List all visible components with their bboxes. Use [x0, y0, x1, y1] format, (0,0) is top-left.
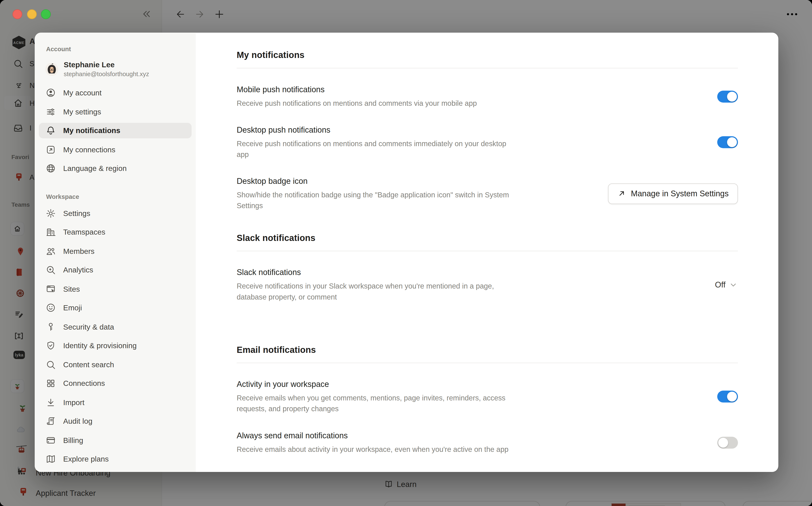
zoom-button[interactable]	[41, 9, 51, 19]
credit-card-icon	[46, 435, 56, 445]
nav-item-label: Audit log	[63, 417, 92, 425]
arrow-square-out-icon	[46, 144, 56, 155]
setting-title: Desktop badge icon	[237, 176, 608, 187]
nav-item-label: Sites	[63, 285, 80, 293]
settings-nav-settings[interactable]: Settings	[39, 205, 192, 221]
nav-item-label: Identity & provisioning	[63, 341, 136, 350]
nav-item-label: Members	[63, 247, 95, 255]
divider	[237, 362, 738, 363]
workspace-section-label: Workspace	[46, 193, 192, 200]
nav-item-label: Security & data	[63, 322, 114, 331]
manage-in-system-settings-button[interactable]: Manage in System Settings	[608, 183, 738, 204]
nav-item-label: Teamspaces	[63, 228, 105, 236]
settings-nav-explore-plans[interactable]: Explore plans	[39, 451, 192, 467]
nav-item-label: Settings	[63, 209, 90, 217]
divider	[237, 251, 738, 251]
grid-icon	[46, 378, 56, 389]
settings-nav-my-settings[interactable]: My settings	[39, 104, 192, 119]
activity-in-your-workspace-toggle[interactable]	[717, 391, 738, 403]
building-icon	[46, 227, 56, 237]
account-section-label: Account	[46, 46, 192, 53]
setting-title: Desktop push notifications	[237, 124, 717, 136]
setting-title: Always send email notifications	[237, 430, 717, 441]
divider	[237, 68, 738, 68]
settings-nav-my-notifications[interactable]: My notifications	[39, 123, 192, 138]
setting-description: Receive emails when you get comments, me…	[237, 393, 519, 414]
setting-description: Receive emails about activity in your wo…	[237, 444, 519, 455]
sliders-icon	[46, 106, 56, 117]
section-title: Email notifications	[237, 344, 738, 356]
setting-description: Receive push notifications on mentions a…	[237, 98, 519, 109]
arrow-up-right-icon	[617, 189, 626, 198]
nav-item-label: Content search	[63, 360, 114, 368]
user-email: stephanie@toolsforthought.xyz	[64, 70, 149, 78]
nav-item-label: Analytics	[63, 266, 93, 274]
settings-nav-sites[interactable]: Sites	[39, 281, 192, 297]
settings-nav-analytics[interactable]: Analytics	[39, 262, 192, 277]
section-email-notifications: Email notificationsActivity in your work…	[237, 344, 738, 455]
mobile-push-notifications-toggle[interactable]	[717, 90, 738, 102]
desktop-push-notifications-row: Desktop push notificationsReceive push n…	[237, 124, 738, 160]
chevron-down-icon	[729, 280, 738, 289]
desktop-push-notifications-toggle[interactable]	[717, 136, 738, 148]
minimize-button[interactable]	[27, 9, 36, 19]
settings-nav-emoji[interactable]: Emoji	[39, 300, 192, 315]
desktop: ACMEASNHIFavoriATeamslykaNew Hire Onboar…	[0, 0, 812, 506]
nav-item-label: Language & region	[63, 164, 127, 172]
settings-nav-teamspaces[interactable]: Teamspaces	[39, 224, 192, 240]
setting-title: Slack notifications	[237, 267, 715, 278]
close-button[interactable]	[12, 9, 22, 19]
settings-nav-connections[interactable]: Connections	[39, 376, 192, 391]
slack-notifications-dropdown[interactable]: Off	[715, 280, 738, 289]
arrow-down-line-icon	[46, 397, 56, 407]
settings-nav-import[interactable]: Import	[39, 395, 192, 410]
settings-sidebar: Account Stephanie Lee stephanie@toolsfor…	[35, 32, 196, 472]
key-icon	[46, 322, 56, 332]
button-label: Manage in System Settings	[631, 189, 729, 198]
search-sparkle-icon	[46, 265, 56, 275]
notion-window: ACMEASNHIFavoriATeamslykaNew Hire Onboar…	[0, 0, 812, 506]
section-my-notifications: My notificationsMobile push notification…	[237, 49, 738, 212]
nav-item-label: Connections	[63, 379, 105, 388]
settings-content: My notificationsMobile push notification…	[196, 32, 778, 472]
avatar-illustration	[45, 63, 59, 76]
browser-cursor-icon	[46, 284, 56, 294]
search-icon	[46, 359, 56, 369]
smiley-icon	[46, 303, 56, 313]
gear-icon	[46, 208, 56, 218]
settings-nav-identity-provisioning[interactable]: Identity & provisioning	[39, 338, 192, 353]
account-user[interactable]: Stephanie Lee stephanie@toolsforthought.…	[45, 61, 188, 78]
people-icon	[46, 246, 56, 256]
setting-description: Receive push notifications on mentions a…	[237, 138, 519, 160]
dropdown-value: Off	[715, 280, 725, 289]
settings-nav-audit-log[interactable]: Audit log	[39, 413, 192, 429]
nav-item-label: Import	[63, 398, 85, 406]
setting-description: Show/hide the notification badge using t…	[237, 189, 519, 211]
nav-item-label: Emoji	[63, 304, 82, 312]
globe-icon	[46, 163, 56, 173]
section-slack-notifications: Slack notificationsSlack notificationsRe…	[237, 232, 738, 303]
avatar	[45, 63, 59, 76]
settings-nav-my-connections[interactable]: My connections	[39, 142, 192, 157]
settings-nav-my-account[interactable]: My account	[39, 85, 192, 100]
workspace-nav: SettingsTeamspacesMembersAnalyticsSitesE…	[39, 205, 192, 470]
settings-nav-billing[interactable]: Billing	[39, 432, 192, 448]
nav-item-label: My connections	[63, 145, 115, 154]
nav-item-label: My account	[63, 89, 102, 97]
slack-notifications-row: Slack notificationsReceive notifications…	[237, 267, 738, 303]
always-send-email-notifications-row: Always send email notificationsReceive e…	[237, 430, 738, 455]
settings-nav-security-data[interactable]: Security & data	[39, 319, 192, 334]
settings-modal: Account Stephanie Lee stephanie@toolsfor…	[35, 32, 778, 472]
activity-in-your-workspace-row: Activity in your workspaceReceive emails…	[237, 378, 738, 414]
mobile-push-notifications-row: Mobile push notificationsReceive push no…	[237, 84, 738, 109]
person-circle-icon	[46, 88, 56, 98]
bell-icon	[46, 125, 56, 136]
settings-nav-members[interactable]: Members	[39, 243, 192, 259]
window-controls	[12, 9, 51, 19]
nav-item-label: Billing	[63, 436, 83, 444]
always-send-email-notifications-toggle[interactable]	[717, 436, 738, 448]
settings-nav-language-region[interactable]: Language & region	[39, 161, 192, 176]
nav-item-label: My settings	[63, 107, 101, 116]
setting-title: Activity in your workspace	[237, 378, 717, 390]
settings-nav-content-search[interactable]: Content search	[39, 357, 192, 372]
